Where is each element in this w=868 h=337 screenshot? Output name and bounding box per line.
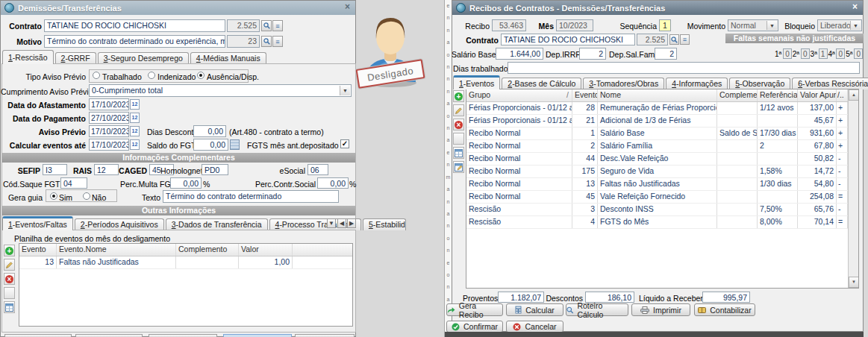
tab-observacao[interactable]: 5-Observação <box>729 78 790 89</box>
tab-informacoes[interactable]: 4-Informações <box>666 78 728 89</box>
rais-input[interactable]: 12 <box>94 164 119 175</box>
calendar-icon[interactable]: 12 <box>130 99 140 110</box>
blank-tool-icon[interactable] <box>4 287 15 299</box>
contrato-search-icon[interactable] <box>261 20 272 31</box>
chevron-down-icon[interactable]: ▼ <box>766 21 777 30</box>
cumprimento-dropdown[interactable]: 0-Cumprimento total ▼ <box>89 84 352 97</box>
table-row[interactable]: Rescisão 4 FGTS do Mês 8,00% 70,14 = <box>466 216 858 229</box>
contrato-list-icon[interactable]: ≡ <box>680 34 690 45</box>
dep-irrf-input[interactable]: 2 <box>579 48 606 60</box>
gera-guia-sim-radio[interactable] <box>50 192 57 200</box>
sequencia-field[interactable]: 1 <box>659 19 671 31</box>
table-row[interactable]: Recibo Normal 175 Seguro de Vida 1,58% 1… <box>466 166 858 178</box>
contrato-input[interactable]: TATIANE DO ROCIO CHICHOSKI <box>44 19 225 32</box>
movimento-dropdown[interactable]: Normal ▼ <box>728 19 778 31</box>
tab-bases-calculo[interactable]: 2-Bases de Cálculo <box>502 78 581 89</box>
dias-desconto-input[interactable]: 0,00 <box>193 125 226 137</box>
motivo-input[interactable]: Término do contrato determinado ou exper… <box>44 35 225 48</box>
table-row[interactable]: Férias Proporcionais - 01/12 avos 28 Rem… <box>466 102 858 115</box>
tab-dados-transferencia[interactable]: 3-Dados de Transferência <box>166 218 268 230</box>
fgts-mes-checkbox[interactable]: ✓ <box>340 139 349 148</box>
table-row[interactable]: Recibo Normal 45 Vale Refeição Fornecido… <box>466 191 858 204</box>
partial-button[interactable] <box>4 334 72 337</box>
roteiro-calculo-button[interactable]: Roteiro Cálculo <box>566 303 628 316</box>
dias-trabalhados-input[interactable] <box>508 62 860 74</box>
chevron-down-icon[interactable]: ▼ <box>340 86 350 95</box>
col-referencia[interactable]: Referência <box>758 89 798 101</box>
contrato-search-icon[interactable] <box>669 34 679 45</box>
calendar-icon[interactable]: 12 <box>130 113 140 123</box>
esocial-input[interactable]: 06 <box>307 164 328 175</box>
close-icon[interactable]: × <box>345 1 350 12</box>
partial-button-focused[interactable] <box>223 334 292 337</box>
partial-button[interactable] <box>295 334 355 337</box>
col-complemento[interactable]: Complemento <box>176 244 239 256</box>
perc-contr-input[interactable]: 0,00 <box>317 177 349 189</box>
delete-row-icon[interactable]: × <box>4 273 15 285</box>
tab-eventos[interactable]: 1-Eventos <box>453 75 500 89</box>
edit-row-icon[interactable] <box>453 104 464 116</box>
close-icon[interactable]: × <box>852 1 858 12</box>
edit-row-icon[interactable] <box>4 259 15 271</box>
table-row[interactable]: Recibo Normal 13 Faltas não Justificadas… <box>466 178 858 191</box>
col-evento-nome[interactable]: Evento.Nome <box>57 244 176 256</box>
imprimir-button[interactable]: Imprimir <box>631 303 690 316</box>
motivo-code-field[interactable]: 23 <box>227 35 260 48</box>
confirmar-button[interactable]: Confirmar <box>446 321 503 333</box>
tab-overflow-icon[interactable]: ▼ <box>327 218 336 228</box>
tab-estabilidade[interactable]: 5-Estabilid <box>363 218 406 230</box>
chevron-down-icon[interactable]: ▼ <box>850 21 861 30</box>
radio-ausencia[interactable] <box>197 72 204 79</box>
tab-medias-manuais[interactable]: 4-Médias Manuais <box>190 52 266 64</box>
grid-export-icon[interactable] <box>453 147 464 159</box>
bloqueio-dropdown[interactable]: Liberado ▼ <box>817 19 862 31</box>
semana-field[interactable]: 1 <box>819 48 828 59</box>
texto-input[interactable]: Término do contrato determinado <box>163 190 339 203</box>
tab-periodos-aquisitivos[interactable]: 2-Períodos Aquisitivos <box>75 218 164 230</box>
grid-export-icon[interactable] <box>4 301 15 313</box>
col-evento[interactable]: Evento <box>19 244 57 256</box>
col-valor-apurado[interactable]: Valor Apurado <box>798 89 837 101</box>
contrato-code-field[interactable]: 2.525 <box>637 34 668 45</box>
sefip-input[interactable]: I3 <box>43 164 67 175</box>
tab-tomadores-obras[interactable]: 3-Tomadores/Obras <box>583 78 664 89</box>
semana-field[interactable]: 0 <box>801 48 810 59</box>
col-evento[interactable]: Evento <box>572 89 598 101</box>
col-valor[interactable]: Valor <box>239 244 293 256</box>
cod-saque-input[interactable]: 04 <box>60 177 87 189</box>
tab-verbas-rescisorias[interactable]: 6-Verbas Rescisórias <box>792 78 868 89</box>
data-pagamento-input[interactable]: 27/10/2023 <box>89 112 129 124</box>
contrato-input[interactable]: TATIANE DO ROCIO CHICHOSKI <box>501 34 635 45</box>
calendar-icon[interactable]: 12 <box>130 139 140 150</box>
motivo-list-icon[interactable]: ≡ <box>272 36 283 47</box>
col-nome[interactable]: Nome <box>598 89 717 101</box>
scroll-up-icon[interactable]: ▲ <box>849 89 859 101</box>
col-sinal[interactable]: /.. <box>837 89 848 101</box>
semana-field[interactable]: 0 <box>836 48 845 59</box>
saldo-fgts-input[interactable]: 0,00 <box>193 139 228 151</box>
demissoes-title-bar[interactable]: Demissões/Transferências × <box>1 1 355 15</box>
data-afastamento-input[interactable]: 17/10/2023 <box>89 98 129 110</box>
grid-scrollbar[interactable]: ▲ ▼ <box>848 89 858 288</box>
recibos-title-bar[interactable]: Recibos de Contratos - Demissões/Transfe… <box>452 1 863 15</box>
add-row-icon[interactable]: + <box>453 90 464 102</box>
semana-field[interactable]: 0 <box>854 48 863 59</box>
tab-seguro-desemprego[interactable]: 3-Seguro Desemprego <box>98 52 189 64</box>
table-row[interactable]: Recibo Normal 44 Desc.Vale Refeição 50,8… <box>466 153 858 166</box>
delete-row-icon[interactable]: × <box>453 119 464 130</box>
col-complemento[interactable]: Complemento <box>717 89 758 101</box>
contrato-list-icon[interactable]: ≡ <box>272 20 283 31</box>
perc-multa-input[interactable]: 0,00 <box>170 177 202 189</box>
calcular-ate-input[interactable]: 17/10/2023 <box>89 139 129 151</box>
motivo-search-icon[interactable] <box>261 36 272 47</box>
table-row[interactable]: 13 Faltas não Justificadas 1,00 <box>19 256 352 269</box>
dep-salfam-input[interactable]: 2 <box>655 48 677 60</box>
grid-edit-icon[interactable] <box>453 161 464 173</box>
tab-rescisao[interactable]: 1-Rescisão <box>2 50 54 64</box>
gera-guia-nao-radio[interactable] <box>83 192 90 200</box>
add-row-icon[interactable]: + <box>4 245 15 256</box>
scroll-down-icon[interactable]: ▼ <box>849 277 859 288</box>
calcular-button[interactable]: Calcular <box>506 303 563 316</box>
radio-indenizado[interactable] <box>148 72 155 79</box>
semana-field[interactable]: 0 <box>783 48 792 59</box>
